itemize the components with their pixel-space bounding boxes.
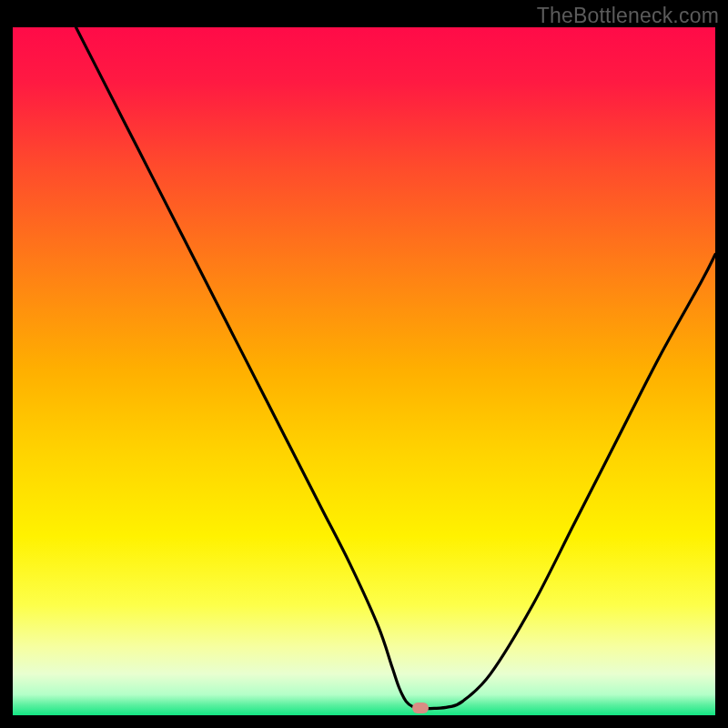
watermark-text: TheBottleneck.com (537, 4, 719, 28)
gradient-background (13, 27, 715, 715)
chart-svg (13, 27, 715, 715)
chart-frame: TheBottleneck.com (0, 0, 728, 728)
plot-area (13, 27, 715, 715)
marker-dot (412, 703, 429, 713)
